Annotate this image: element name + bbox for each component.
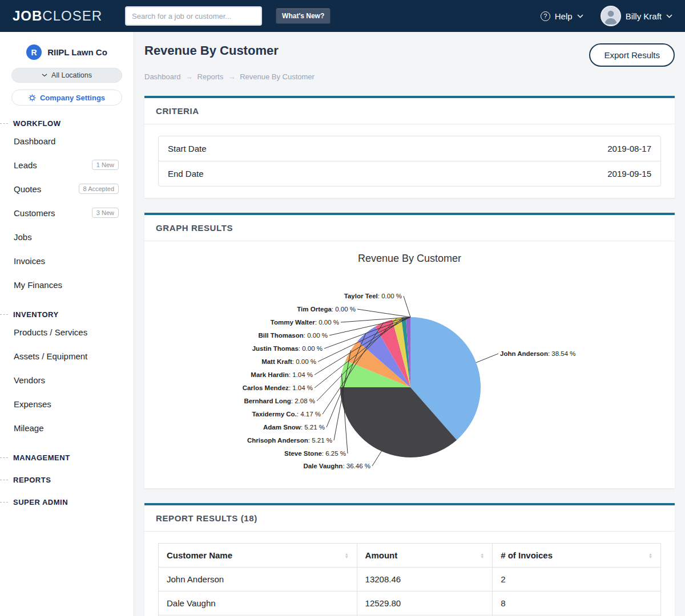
pie-label: Matt Kraft: 0.00 % — [261, 358, 316, 365]
sidebar-item-mileage[interactable]: Mileage — [0, 416, 134, 440]
report-card-body: Customer Name▲▼ Amount▲▼ # of Invoices▲▼… — [144, 532, 675, 616]
company-name: RIIPL Lawn Co — [47, 47, 107, 57]
help-menu[interactable]: Help — [541, 11, 583, 21]
cell-amount: 12529.80 — [357, 591, 493, 615]
sort-icon[interactable]: ▲▼ — [345, 553, 349, 558]
user-avatar — [601, 6, 621, 26]
gear-icon — [29, 94, 36, 102]
nav-section-super-admin[interactable]: SUPER ADMIN — [0, 498, 134, 506]
topbar-right: Help Billy Kraft — [541, 6, 672, 26]
sidebar-nav: WORKFLOW Dashboard Leads1 New Quotes8 Ac… — [0, 119, 134, 506]
sidebar-item-my-finances[interactable]: My Finances — [0, 273, 134, 297]
sidebar-item-label: Invoices — [14, 256, 45, 266]
column-label: Customer Name — [167, 550, 232, 560]
sort-icon[interactable]: ▲▼ — [480, 553, 484, 558]
locations-dropdown[interactable]: All Locations — [11, 68, 122, 83]
sidebar-item-badge: 8 Accepted — [79, 184, 119, 194]
criteria-card: CRITERIA Start Date 2019-08-17 End Date … — [144, 96, 675, 198]
nav-section-label: SUPER ADMIN — [13, 498, 68, 506]
page-title: Revenue By Customer — [144, 43, 279, 58]
column-label: # of Invoices — [501, 550, 553, 560]
company-avatar: R — [26, 44, 42, 60]
pie-label: Adam Snow: 5.21 % — [263, 424, 324, 431]
whats-new-button[interactable]: What's New? — [276, 8, 331, 24]
nav-section-label: INVENTORY — [13, 310, 59, 319]
column-header-invoices[interactable]: # of Invoices▲▼ — [493, 544, 661, 568]
user-menu[interactable]: Billy Kraft — [601, 6, 672, 26]
pie-label: Tommy Walter: 0.00 % — [270, 319, 339, 326]
sidebar-item-label: Jobs — [14, 232, 32, 242]
sidebar-item-dashboard[interactable]: Dashboard — [0, 129, 134, 153]
pie-chart: Taylor Teel: 0.00 %Tim Ortega: 0.00 %Tom… — [159, 266, 661, 478]
locations-label: All Locations — [51, 71, 92, 79]
pie-connector — [372, 451, 381, 466]
sidebar-item-label: Assets / Equipment — [14, 351, 87, 361]
table-row: John Anderson 13208.46 2 — [159, 568, 661, 591]
sort-icon[interactable]: ▲▼ — [648, 553, 652, 558]
breadcrumb-current: Revenue By Customer — [240, 72, 315, 81]
criteria-card-body: Start Date 2019-08-17 End Date 2019-09-1… — [144, 124, 675, 198]
sidebar-item-quotes[interactable]: Quotes8 Accepted — [0, 177, 134, 201]
sidebar-item-customers[interactable]: Customers3 New — [0, 201, 134, 225]
nav-section-label: WORKFLOW — [13, 119, 61, 128]
help-label: Help — [555, 11, 573, 21]
sidebar-item-jobs[interactable]: Jobs — [0, 225, 134, 249]
sidebar-item-label: Leads — [14, 160, 37, 170]
breadcrumb-reports[interactable]: Reports — [198, 72, 236, 81]
sidebar-item-label: Expenses — [14, 399, 51, 409]
sidebar-item-products-services[interactable]: Products / Services — [0, 320, 134, 344]
help-icon — [541, 11, 550, 21]
main-content: Revenue By Customer Export Results Dashb… — [134, 32, 685, 616]
sidebar-item-leads[interactable]: Leads1 New — [0, 153, 134, 177]
graph-results-title: GRAPH RESULTS — [144, 215, 675, 241]
criteria-value: 2019-09-15 — [607, 169, 651, 179]
column-label: Amount — [365, 550, 398, 560]
criteria-row-start-date: Start Date 2019-08-17 — [159, 136, 660, 161]
pie-label: Mark Hardin: 1.04 % — [251, 371, 313, 378]
pie-label: Tim Ortega: 0.00 % — [297, 306, 356, 313]
app-logo[interactable]: JOBCLOSER — [13, 8, 102, 24]
company-settings-label: Company Settings — [40, 94, 105, 102]
report-results-card: REPORT RESULTS (18) Customer Name▲▼ Amou… — [144, 503, 675, 616]
company-row[interactable]: R RIIPL Lawn Co — [0, 42, 134, 68]
criteria-label: End Date — [168, 169, 204, 179]
sidebar-item-label: Products / Services — [14, 327, 87, 337]
company-settings-button[interactable]: Company Settings — [11, 90, 122, 106]
sidebar-item-label: Dashboard — [14, 136, 55, 146]
pie-label: John Anderson: 38.54 % — [500, 350, 576, 357]
sidebar-item-expenses[interactable]: Expenses — [0, 392, 134, 416]
column-header-amount[interactable]: Amount▲▼ — [357, 544, 493, 568]
pie-connector — [357, 309, 410, 317]
column-header-customer-name[interactable]: Customer Name▲▼ — [159, 544, 357, 568]
nav-section-reports[interactable]: REPORTS — [0, 476, 134, 484]
page-head: Revenue By Customer Export Results — [144, 43, 675, 67]
pie-label: Justin Thomas: 0.00 % — [252, 345, 322, 352]
report-table: Customer Name▲▼ Amount▲▼ # of Invoices▲▼… — [158, 543, 661, 616]
global-search-input[interactable] — [125, 6, 262, 26]
sidebar-item-invoices[interactable]: Invoices — [0, 249, 134, 273]
nav-section-workflow: WORKFLOW — [0, 119, 134, 128]
sidebar-item-label: Customers — [14, 208, 55, 218]
topbar: JOBCLOSER What's New? Help Billy Kraft — [0, 0, 685, 32]
pie-connector — [476, 354, 498, 363]
breadcrumb-dashboard[interactable]: Dashboard — [144, 72, 193, 81]
pie-label: Dale Vaughn: 36.46 % — [303, 463, 370, 469]
cell-invoices: 8 — [493, 591, 661, 615]
criteria-box: Start Date 2019-08-17 End Date 2019-09-1… — [158, 136, 661, 187]
nav-section-label: MANAGEMENT — [13, 453, 70, 462]
export-results-button[interactable]: Export Results — [589, 43, 675, 67]
cell-amount: 13208.46 — [357, 568, 493, 591]
table-row: Dale Vaughn 12529.80 8 — [159, 591, 661, 615]
sidebar-item-assets-equipment[interactable]: Assets / Equipment — [0, 344, 134, 368]
sidebar-item-badge: 3 New — [92, 208, 119, 218]
chevron-down-icon — [577, 14, 583, 18]
pie-label: Taylor Teel: 0.00 % — [344, 293, 401, 299]
sidebar-item-label: My Finances — [14, 280, 62, 290]
sidebar-item-vendors[interactable]: Vendors — [0, 368, 134, 392]
graph-results-card: GRAPH RESULTS Revenue By Customer Taylor… — [144, 213, 675, 488]
sidebar-item-label: Mileage — [14, 423, 44, 433]
logo-text-bold: JOB — [13, 8, 42, 23]
report-results-title: REPORT RESULTS (18) — [144, 505, 675, 532]
logo-text-light: CLOSER — [42, 8, 102, 23]
nav-section-management[interactable]: MANAGEMENT — [0, 453, 134, 462]
